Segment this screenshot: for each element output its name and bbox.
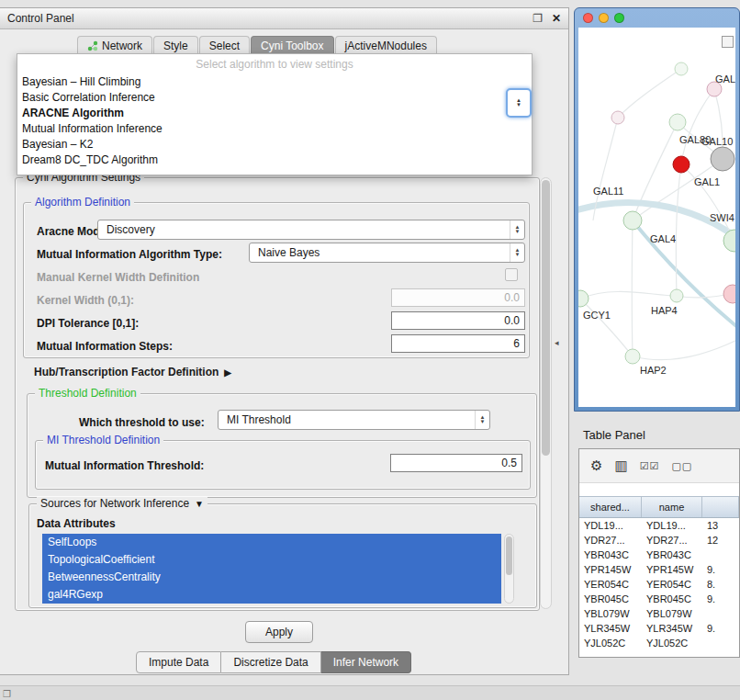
table-row[interactable]: YDR27...YDR27...12	[579, 533, 739, 548]
hub-definition-label: Hub/Transcription Factor Definition	[34, 366, 219, 378]
hub-definition-expander[interactable]: Hub/Transcription Factor Definition ▶	[34, 366, 231, 378]
table-cell: YER054C	[642, 577, 702, 592]
column-header-shared[interactable]: shared...	[579, 497, 642, 517]
mi-steps-input[interactable]: 6	[391, 334, 525, 353]
mi-steps-label: Mutual Information Steps:	[37, 340, 173, 353]
close-icon[interactable]: ✕	[552, 12, 561, 25]
table-row[interactable]: YBL079WYBL079W	[579, 606, 739, 621]
network-node[interactable]	[623, 211, 642, 230]
bottom-tab-impute-data[interactable]: Impute Data	[136, 651, 221, 673]
table-row[interactable]: YBR043CYBR043C	[579, 548, 739, 562]
network-edge[interactable]	[633, 340, 735, 360]
bottom-tab-discretize-data[interactable]: Discretize Data	[221, 651, 320, 673]
network-node[interactable]	[611, 111, 624, 124]
algorithm-option-mutual-information-inference[interactable]: Mutual Information Inference	[17, 120, 532, 136]
tab-label: Style	[163, 40, 188, 52]
table-toolbar: ⚙ ▥ ☑☑ ▢▢	[579, 449, 739, 483]
mi-threshold-input[interactable]: 0.5	[390, 454, 522, 472]
expand-down-icon: ▼	[195, 499, 204, 509]
dpi-tolerance-input[interactable]: 0.0	[391, 311, 525, 330]
network-node[interactable]	[625, 349, 640, 364]
node-label-hap2: HAP2	[640, 365, 667, 376]
table-row[interactable]: YPR145WYPR145W9.	[579, 562, 739, 577]
which-threshold-select[interactable]: MI Threshold ▲▼	[218, 410, 490, 430]
node-label-gal10: GAL10	[701, 136, 733, 147]
tab-label: Select	[209, 40, 240, 52]
network-window-titlebar[interactable]	[575, 8, 739, 28]
panel-restore-icon[interactable]: ❐	[3, 689, 11, 699]
network-edge[interactable]	[580, 299, 633, 356]
bottom-tabbar: Impute DataDiscretize DataInfer Network	[136, 651, 411, 673]
network-node[interactable]	[670, 289, 683, 302]
sources-group-title-row[interactable]: Sources for Network Inference ▼	[37, 497, 207, 510]
table-row[interactable]: YLR345WYLR345W9.	[579, 621, 739, 636]
column-header-col2[interactable]	[702, 497, 739, 517]
mi-threshold-label: Mutual Information Threshold:	[45, 459, 204, 472]
apply-button[interactable]: Apply	[245, 621, 313, 643]
select-all-checkboxes-icon[interactable]: ☑☑	[640, 460, 660, 472]
mac-zoom-icon[interactable]	[614, 13, 624, 23]
network-node[interactable]	[578, 290, 589, 307]
column-header-name[interactable]: name	[642, 497, 702, 517]
network-edge[interactable]	[681, 89, 714, 164]
clear-checkboxes-icon[interactable]: ▢▢	[671, 460, 692, 472]
network-node[interactable]	[669, 114, 686, 130]
algorithm-combo-stepper[interactable]: ▲▼	[506, 88, 532, 118]
table-row[interactable]: YJL052CYJL052C	[579, 636, 739, 650]
table-cell: YER054C	[579, 577, 642, 592]
algorithm-definition-group: Algorithm Definition Aracne Mode: Discov…	[23, 202, 530, 358]
threshold-definition-group: Threshold Definition Which threshold to …	[27, 393, 537, 498]
splitter-collapse-icon[interactable]: ◂	[555, 338, 559, 347]
bottom-strip: ❐	[0, 685, 740, 700]
mi-threshold-definition-title: MI Threshold Definition	[43, 434, 163, 446]
mac-close-icon[interactable]	[583, 13, 593, 23]
network-edge[interactable]	[632, 220, 633, 356]
gear-icon[interactable]: ⚙	[590, 457, 602, 474]
attribute-item-selfloops[interactable]: SelfLoops	[42, 534, 501, 551]
table-row[interactable]: YER054CYER054C8.	[579, 577, 739, 592]
aracne-mode-select[interactable]: Discovery ▲▼	[97, 220, 525, 240]
scrollbar-thumb[interactable]	[506, 536, 512, 575]
table-cell: 9.	[702, 592, 739, 606]
network-edge[interactable]	[633, 220, 735, 331]
attribute-item-betweennesscentrality[interactable]: BetweennessCentrality	[42, 569, 501, 586]
attributes-list-scrollbar[interactable]	[504, 534, 514, 604]
network-canvas[interactable]: GAL8GAL80GAL10GAL11GAL1SWI4GAL4GCY1HAP4H…	[578, 28, 735, 407]
mi-type-select[interactable]: Naive Bayes ▲▼	[249, 243, 525, 263]
control-panel-window: Control Panel ❐ ✕ NetworkStyleSelectCyni…	[0, 7, 569, 675]
algorithm-option-bayesian-k2[interactable]: Bayesian – K2	[17, 136, 532, 152]
network-node[interactable]	[673, 156, 690, 173]
algorithm-option-dream8-dc-tdc-algorithm[interactable]: Dream8 DC_TDC Algorithm	[17, 152, 532, 167]
network-node[interactable]	[711, 147, 734, 171]
table-cell: YJL052C	[579, 636, 642, 650]
network-edge[interactable]	[580, 291, 677, 299]
network-view-window: GAL8GAL80GAL10GAL11GAL1SWI4GAL4GCY1HAP4H…	[574, 7, 740, 412]
network-edge[interactable]	[618, 69, 681, 118]
bottom-tab-infer-network[interactable]: Infer Network	[321, 651, 411, 673]
combo-stepper-icon: ▲▼	[475, 411, 489, 429]
mi-threshold-definition-group: MI Threshold Definition Mutual Informati…	[35, 440, 531, 490]
table-row[interactable]: YDL19...YDL19...13	[579, 518, 739, 533]
threshold-definition-title: Threshold Definition	[35, 387, 140, 400]
scrollbar-thumb[interactable]	[542, 180, 550, 456]
attribute-item-gal4rgexp[interactable]: gal4RGexp	[42, 586, 501, 604]
table-cell: YDL19...	[642, 518, 702, 533]
manual-kernel-label: Manual Kernel Width Definition	[37, 271, 199, 284]
table-row[interactable]: YBR045CYBR045C9.	[579, 592, 739, 606]
attribute-item-topologicalcoefficient[interactable]: TopologicalCoefficient	[42, 551, 501, 569]
canvas-scroll-corner[interactable]	[722, 36, 734, 48]
node-label-gal1: GAL1	[694, 176, 720, 187]
algorithm-option-aracne-algorithm[interactable]: ARACNE Algorithm	[17, 105, 532, 120]
float-window-icon[interactable]: ❐	[533, 12, 543, 25]
network-node[interactable]	[675, 62, 688, 75]
algorithm-option-bayesian-hill-climbing[interactable]: Bayesian – Hill Climbing	[17, 73, 532, 89]
table-cell: YDR27...	[579, 533, 642, 548]
table-cell: 12	[702, 533, 739, 548]
columns-icon[interactable]: ▥	[614, 457, 627, 474]
settings-scrollbar[interactable]	[540, 177, 552, 609]
table-cell: YJL052C	[642, 636, 702, 650]
algorithm-option-basic-correlation-inference[interactable]: Basic Correlation Inference	[17, 89, 532, 105]
mac-minimize-icon[interactable]	[599, 13, 609, 23]
network-node[interactable]	[723, 285, 735, 303]
window-titlebar[interactable]: Control Panel ❐ ✕	[0, 8, 568, 29]
